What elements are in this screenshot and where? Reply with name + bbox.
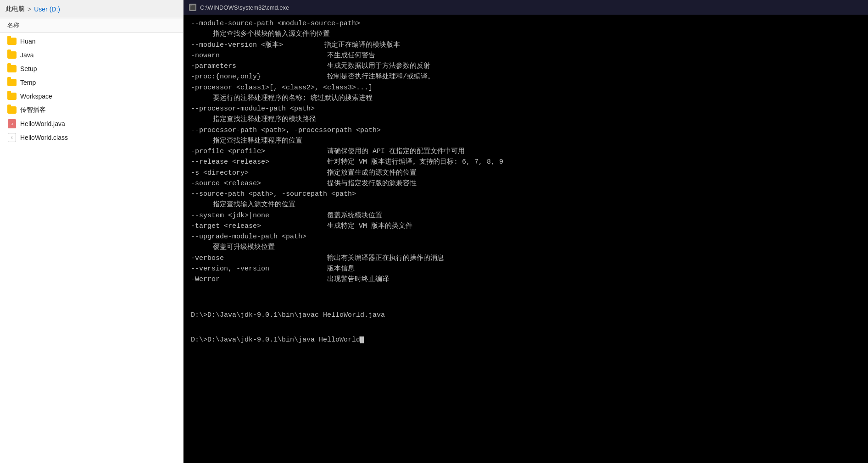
- cmd-line: -profile <profile> 请确保使用的 API 在指定的配置文件中可…: [191, 146, 861, 157]
- file-name: Setup: [20, 65, 37, 72]
- cmd-line: 指定查找注释处理程序的模块路径: [191, 114, 861, 125]
- folder-icon: [7, 37, 17, 46]
- cmd-line: --version, -version 版本信息: [191, 264, 861, 274]
- breadcrumb-separator: >: [28, 6, 31, 13]
- breadcrumb-root[interactable]: 此电脑: [6, 5, 25, 13]
- cmd-title: C:\WINDOWS\system32\cmd.exe: [200, 4, 289, 11]
- cmd-icon: ⬛: [189, 4, 196, 11]
- cmd-line: --system <jdk>|none 覆盖系统模块位置: [191, 210, 861, 221]
- list-item[interactable]: Temp: [0, 76, 183, 89]
- folder-icon: [7, 78, 17, 87]
- folder-icon: [7, 92, 17, 101]
- cmd-line: [191, 320, 861, 331]
- file-name: Temp: [20, 79, 36, 86]
- cmd-line: -source <release> 提供与指定发行版的源兼容性: [191, 178, 861, 189]
- cmd-line: [191, 285, 861, 295]
- breadcrumb-current[interactable]: User (D:): [34, 6, 60, 13]
- folder-icon: [7, 50, 17, 60]
- cursor-blink: [360, 336, 364, 343]
- folder-icon: [7, 64, 17, 73]
- list-item[interactable]: Java: [0, 48, 183, 62]
- list-item[interactable]: Huan: [0, 34, 183, 48]
- cmd-line: 指定查找输入源文件的位置: [191, 199, 861, 210]
- breadcrumb[interactable]: 此电脑 > User (D:): [0, 0, 183, 18]
- cmd-line: -nowarn 不生成任何警告: [191, 50, 861, 61]
- cmd-line: -s <directory> 指定放置生成的源文件的位置: [191, 168, 861, 178]
- cmd-line: -processor <class1>[, <class2>, <class3>…: [191, 83, 861, 93]
- cmd-line: --upgrade-module-path <path>: [191, 232, 861, 242]
- cmd-prompt-java: D:\>D:\Java\jdk-9.0.1\bin\java HelloWorl…: [191, 335, 861, 345]
- cmd-line: --processor-path <path>, -processorpath …: [191, 125, 861, 136]
- class-file-icon: C: [7, 133, 17, 142]
- list-item[interactable]: J HelloWorld.java: [0, 117, 183, 131]
- cmd-titlebar: ⬛ C:\WINDOWS\system32\cmd.exe: [184, 0, 868, 15]
- cmd-line: --source-path <path>, -sourcepath <path>: [191, 189, 861, 199]
- java-file-icon: J: [7, 119, 17, 128]
- cmd-line: 指定查找注释处理程序的位置: [191, 136, 861, 146]
- cmd-line: -proc:{none,only} 控制是否执行注释处理和/或编译。: [191, 72, 861, 82]
- list-item[interactable]: Setup: [0, 62, 183, 76]
- list-item[interactable]: 传智播客: [0, 103, 183, 117]
- cmd-line: -target <release> 生成特定 VM 版本的类文件: [191, 221, 861, 232]
- list-item[interactable]: Workspace: [0, 89, 183, 103]
- cmd-line: --module-source-path <module-source-path…: [191, 18, 861, 29]
- cmd-line: -Werror 出现警告时终止编译: [191, 274, 861, 285]
- file-name: HelloWorld.java: [20, 120, 65, 127]
- cmd-line: 要运行的注释处理程序的名称; 统过默认的搜索进程: [191, 93, 861, 104]
- cmd-line: 指定查找多个模块的输入源文件的位置: [191, 29, 861, 39]
- cmd-line: -verbose 输出有关编译器正在执行的操作的消息: [191, 253, 861, 264]
- column-header-name: 名称: [0, 18, 183, 33]
- cmd-prompt-javac: D:\>D:\Java\jdk-9.0.1\bin\javac HelloWor…: [191, 310, 861, 320]
- cmd-line: --processor-module-path <path>: [191, 104, 861, 114]
- cmd-window: ⬛ C:\WINDOWS\system32\cmd.exe --module-s…: [184, 0, 868, 463]
- file-name: Workspace: [20, 93, 52, 100]
- file-explorer-panel: 此电脑 > User (D:) 名称 Huan Java Setup: [0, 0, 184, 463]
- cmd-output[interactable]: --module-source-path <module-source-path…: [184, 15, 868, 463]
- cmd-line: -parameters 生成元数据以用于方法参数的反射: [191, 61, 861, 72]
- folder-icon: [7, 105, 17, 115]
- cmd-line: 覆盖可升级模块位置: [191, 242, 861, 253]
- cmd-line: [191, 296, 861, 306]
- file-name: Huan: [20, 38, 35, 45]
- file-name: Java: [20, 51, 34, 59]
- file-list: Huan Java Setup Temp Workspace: [0, 33, 183, 463]
- file-name: HelloWorld.class: [20, 134, 68, 141]
- list-item[interactable]: C HelloWorld.class: [0, 131, 183, 144]
- cmd-line: --release <release> 针对特定 VM 版本进行编译。支持的目标…: [191, 157, 861, 167]
- cmd-line: --module-version <版本> 指定正在编译的模块版本: [191, 40, 861, 50]
- file-name: 传智播客: [20, 106, 46, 114]
